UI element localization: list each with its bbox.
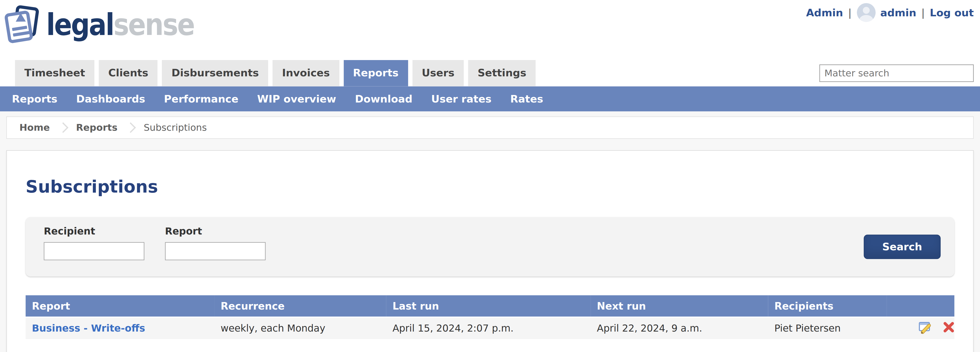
logo-word-legal: legal <box>46 7 113 42</box>
subnav-download[interactable]: Download <box>355 93 412 105</box>
user-bar-separator: | <box>921 6 925 18</box>
logo-document-front <box>4 10 33 44</box>
subscription-filter-box: Recipient Report Search <box>25 217 955 277</box>
logout-link[interactable]: Log out <box>930 6 974 18</box>
column-header-last-run: Last run <box>386 295 590 317</box>
report-label: Report <box>165 226 266 237</box>
breadcrumb-reports[interactable]: Reports <box>76 122 118 133</box>
cell-last-run: April 15, 2024, 2:07 p.m. <box>386 317 590 339</box>
recipient-label: Recipient <box>44 226 144 237</box>
breadcrumb-current: Subscriptions <box>144 122 207 133</box>
admin-link[interactable]: Admin <box>806 6 843 18</box>
chevron-right-icon <box>58 122 68 133</box>
subnav-dashboards[interactable]: Dashboards <box>76 93 145 105</box>
table-row: Business - Write-offs weekly, each Monda… <box>25 317 955 339</box>
logo-text-line <box>12 26 27 31</box>
page-title: Subscriptions <box>25 176 955 197</box>
cell-actions <box>887 317 955 339</box>
content-panel: Subscriptions Recipient Report Search Re… <box>6 150 974 352</box>
subscription-report-link[interactable]: Business - Write-offs <box>32 323 145 334</box>
user-bar: Admin | admin | Log out <box>806 3 974 22</box>
tab-timesheet[interactable]: Timesheet <box>15 60 94 86</box>
subnav-wip-overview[interactable]: WIP overview <box>257 93 336 105</box>
user-bar-separator: | <box>848 6 851 18</box>
logo-wordmark: legalsense <box>46 5 194 44</box>
column-header-report: Report <box>25 295 214 317</box>
edit-icon[interactable] <box>919 321 932 336</box>
subnav-user-rates[interactable]: User rates <box>431 93 492 105</box>
reports-sub-nav: Reports Dashboards Performance WIP overv… <box>0 86 980 112</box>
subnav-performance[interactable]: Performance <box>164 93 239 105</box>
subscriptions-table: Report Recurrence Last run Next run Reci… <box>25 295 955 339</box>
tab-settings[interactable]: Settings <box>468 60 536 86</box>
masthead: legalsense Admin | admin | Log out <box>0 0 980 60</box>
tab-clients[interactable]: Clients <box>99 60 158 86</box>
app-viewport: legalsense Admin | admin | Log out Times… <box>0 0 980 352</box>
header: legalsense Admin | admin | Log out Times… <box>0 0 980 86</box>
matter-search-input[interactable] <box>819 64 974 82</box>
breadcrumb: Home Reports Subscriptions <box>6 117 974 139</box>
legalsense-logo-icon <box>5 5 46 46</box>
recipient-field-group: Recipient <box>44 226 144 260</box>
logo-text-line <box>13 31 30 37</box>
subnav-rates[interactable]: Rates <box>510 93 543 105</box>
breadcrumb-home[interactable]: Home <box>19 122 50 133</box>
avatar <box>857 3 875 22</box>
report-field-group: Report <box>165 226 266 260</box>
cell-recurrence: weekly, each Monday <box>214 317 386 339</box>
tab-invoices[interactable]: Invoices <box>272 60 339 86</box>
cell-recipients: Piet Pietersen <box>768 317 887 339</box>
tab-reports[interactable]: Reports <box>344 60 408 86</box>
column-header-actions <box>887 295 955 317</box>
subnav-reports[interactable]: Reports <box>12 93 57 105</box>
logo-word-sense: sense <box>113 7 194 42</box>
table-header-row: Report Recurrence Last run Next run Reci… <box>25 295 955 317</box>
main-nav: Timesheet Clients Disbursements Invoices… <box>0 60 980 86</box>
chevron-right-icon <box>126 122 136 133</box>
cell-next-run: April 22, 2024, 9 a.m. <box>590 317 768 339</box>
search-button[interactable]: Search <box>864 235 940 259</box>
column-header-recurrence: Recurrence <box>214 295 386 317</box>
cell-report: Business - Write-offs <box>25 317 214 339</box>
column-header-next-run: Next run <box>590 295 768 317</box>
legalsense-logo[interactable]: legalsense <box>0 0 213 46</box>
tab-users[interactable]: Users <box>412 60 464 86</box>
recipient-filter-input[interactable] <box>44 242 144 260</box>
column-header-recipients: Recipients <box>768 295 887 317</box>
logo-fold-triangle <box>16 13 28 26</box>
username-link[interactable]: admin <box>880 6 916 18</box>
delete-icon[interactable] <box>943 322 955 335</box>
report-filter-input[interactable] <box>165 242 266 260</box>
tab-disbursements[interactable]: Disbursements <box>162 60 268 86</box>
